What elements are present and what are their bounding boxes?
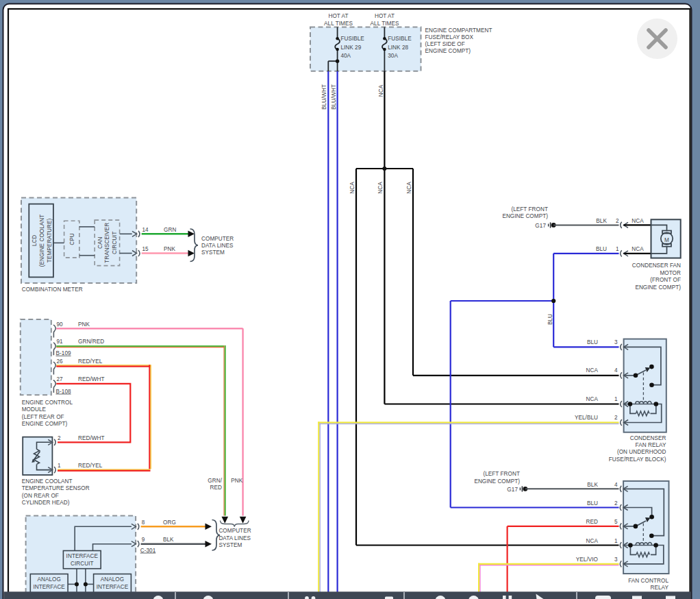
svg-text:NCA: NCA: [378, 84, 384, 97]
svg-text:91: 91: [57, 339, 64, 345]
svg-text:1: 1: [614, 538, 618, 544]
svg-text:B-108: B-108: [56, 389, 71, 395]
svg-text:BLU: BLU: [596, 246, 607, 252]
svg-text:FUSE/RELAY BLOCK): FUSE/RELAY BLOCK): [609, 456, 666, 463]
svg-text:1: 1: [616, 246, 619, 252]
svg-text:B-109: B-109: [56, 350, 71, 356]
svg-text:RED/YEL: RED/YEL: [78, 358, 103, 365]
svg-text:ORG: ORG: [163, 519, 176, 526]
svg-text:MOTOR: MOTOR: [660, 270, 681, 276]
svg-text:NCA: NCA: [406, 182, 412, 194]
svg-text:G17: G17: [507, 487, 518, 493]
svg-text:26: 26: [57, 358, 64, 365]
svg-text:(ON REAR OF: (ON REAR OF: [22, 493, 59, 499]
svg-text:BLU: BLU: [547, 314, 553, 325]
svg-text:LCD: LCD: [32, 235, 38, 247]
svg-text:15: 15: [142, 246, 149, 252]
svg-text:14: 14: [142, 227, 149, 233]
svg-text:3: 3: [614, 557, 618, 563]
svg-text:3: 3: [614, 339, 618, 345]
svg-text:NCA: NCA: [586, 396, 599, 402]
svg-text:FAN RELAY: FAN RELAY: [636, 442, 666, 448]
svg-text:TRANSCEIVER: TRANSCEIVER: [104, 223, 110, 263]
svg-text:2: 2: [58, 435, 61, 441]
svg-text:CYLINDER HEAD): CYLINDER HEAD): [22, 500, 70, 506]
svg-text:1: 1: [614, 396, 618, 402]
svg-text:LINK 28: LINK 28: [388, 45, 408, 51]
svg-text:ENGINE COMPT): ENGINE COMPT): [425, 48, 471, 54]
svg-text:FAN CONTROL: FAN CONTROL: [628, 578, 668, 584]
svg-text:NCA: NCA: [377, 182, 384, 194]
svg-text:HOT AT: HOT AT: [375, 13, 395, 19]
svg-text:4: 4: [614, 482, 618, 488]
svg-text:27: 27: [57, 376, 64, 382]
svg-text:YEL/BLU: YEL/BLU: [575, 415, 598, 421]
svg-text:INTERFACE: INTERFACE: [66, 553, 99, 559]
svg-text:C-301: C-301: [140, 548, 156, 554]
svg-text:G17: G17: [535, 223, 546, 229]
svg-text:CONDENSER: CONDENSER: [630, 435, 666, 441]
svg-text:RED/YEL: RED/YEL: [78, 463, 103, 469]
svg-text:NCA: NCA: [349, 182, 355, 194]
svg-text:RED: RED: [586, 519, 598, 525]
svg-text:CIRCUIT: CIRCUIT: [112, 232, 118, 255]
svg-text:ENGINE COMPT): ENGINE COMPT): [22, 421, 68, 427]
svg-text:BLU/WHT: BLU/WHT: [331, 84, 337, 110]
svg-text:NCA: NCA: [586, 538, 599, 544]
svg-text:BLU: BLU: [587, 339, 598, 345]
svg-text:COMBINATION METER: COMBINATION METER: [22, 286, 83, 293]
svg-text:2: 2: [614, 415, 618, 421]
svg-text:BLK: BLK: [596, 218, 607, 224]
svg-text:ENGINE COOLANT: ENGINE COOLANT: [22, 478, 73, 485]
svg-text:BLK: BLK: [587, 482, 598, 488]
svg-text:DATA LINES: DATA LINES: [218, 535, 251, 541]
svg-text:ALL TIMES: ALL TIMES: [371, 21, 399, 27]
svg-text:RELAY: RELAY: [651, 585, 669, 591]
svg-text:COMPUTER: COMPUTER: [218, 528, 251, 534]
svg-text:INTERFACE: INTERFACE: [33, 584, 65, 590]
svg-text:(LEFT FRONT: (LEFT FRONT: [511, 206, 548, 212]
svg-text:ANALOG: ANALOG: [101, 576, 124, 583]
svg-text:RED/WHT: RED/WHT: [78, 376, 105, 382]
svg-text:ENGINE COMPT): ENGINE COMPT): [474, 478, 520, 485]
svg-text:FUSIBLE: FUSIBLE: [388, 36, 412, 42]
svg-text:RED/WHT: RED/WHT: [78, 435, 105, 441]
svg-text:YEL/VIO: YEL/VIO: [576, 557, 598, 563]
svg-text:30A: 30A: [388, 53, 398, 59]
svg-text:1: 1: [58, 463, 61, 469]
svg-text:GRN: GRN: [164, 227, 176, 233]
svg-text:TEMPERATURE): TEMPERATURE): [47, 218, 53, 262]
svg-text:90: 90: [57, 321, 64, 328]
svg-text:PNK: PNK: [164, 246, 175, 252]
svg-text:(LEFT FRONT: (LEFT FRONT: [483, 471, 520, 477]
svg-text:SYSTEM: SYSTEM: [218, 542, 242, 548]
svg-text:MODULE: MODULE: [22, 406, 47, 413]
svg-text:NCA: NCA: [586, 367, 599, 374]
svg-text:4: 4: [614, 367, 618, 374]
svg-text:CONDENSER FAN: CONDENSER FAN: [632, 262, 681, 269]
svg-text:40A: 40A: [340, 53, 351, 59]
svg-text:5: 5: [614, 519, 618, 525]
svg-text:M: M: [664, 237, 669, 243]
svg-text:ENGINE CONTROL: ENGINE CONTROL: [22, 400, 73, 406]
svg-text:(FRONT OF: (FRONT OF: [650, 277, 681, 283]
svg-text:BLU/WHT: BLU/WHT: [321, 84, 327, 110]
svg-text:DATA LINES: DATA LINES: [201, 243, 234, 249]
svg-text:BLU: BLU: [587, 500, 598, 506]
svg-text:RED: RED: [210, 485, 222, 491]
svg-text:FUSE/RELAY BOX: FUSE/RELAY BOX: [425, 34, 474, 40]
svg-text:INTERFACE: INTERFACE: [97, 584, 129, 590]
svg-text:GRN/RED: GRN/RED: [78, 339, 104, 345]
svg-text:BLK: BLK: [163, 537, 174, 543]
svg-text:PNK: PNK: [231, 478, 242, 484]
svg-text:(ENGINE COOLANT: (ENGINE COOLANT: [39, 215, 45, 267]
svg-text:9: 9: [142, 537, 145, 543]
svg-text:ENGINE COMPARTMENT: ENGINE COMPARTMENT: [425, 27, 492, 34]
svg-text:COMPUTER: COMPUTER: [201, 236, 234, 242]
svg-text:2: 2: [616, 218, 619, 224]
svg-text:HOT AT: HOT AT: [328, 13, 348, 19]
svg-text:NCA: NCA: [632, 246, 644, 252]
svg-text:ALL TIMES: ALL TIMES: [324, 21, 353, 27]
svg-text:GRN/: GRN/: [208, 478, 222, 484]
svg-text:CPU: CPU: [69, 233, 75, 245]
